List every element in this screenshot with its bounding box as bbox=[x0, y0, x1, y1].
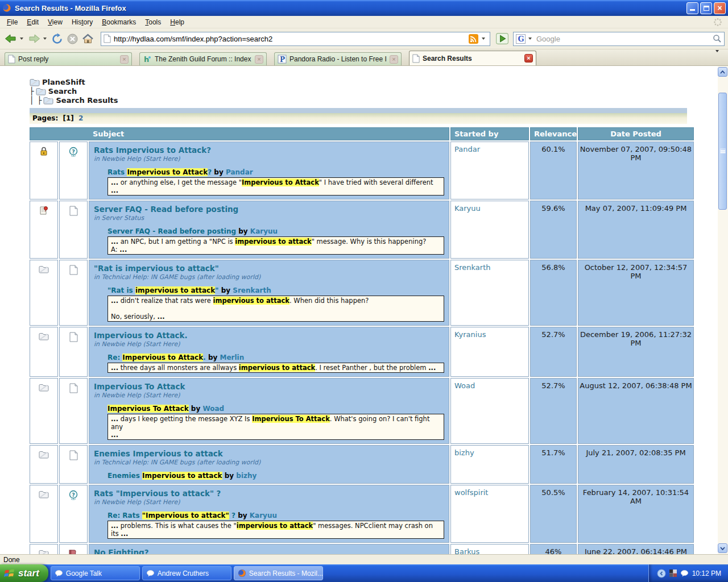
tab-the-zenith-guild-forum-index[interactable]: hThe Zenith Guild Forum :: Index× bbox=[139, 52, 267, 65]
started-by-link[interactable]: Pandar bbox=[454, 145, 480, 153]
feed-dropdown-icon[interactable] bbox=[482, 38, 485, 40]
quote-author-link[interactable]: bizhy bbox=[236, 472, 257, 480]
tab-search-results[interactable]: Search Results× bbox=[409, 51, 536, 65]
board-link[interactable]: Server Status bbox=[102, 214, 144, 222]
quote-author-link[interactable]: Srenkarth bbox=[233, 286, 271, 294]
start-button[interactable]: start bbox=[0, 564, 48, 582]
tray-chat-icon[interactable] bbox=[680, 569, 689, 577]
column-header-started-by[interactable]: Started by bbox=[450, 127, 529, 140]
restore-button[interactable] bbox=[700, 2, 712, 14]
page-favicon-icon bbox=[104, 34, 111, 43]
back-dropdown-icon[interactable] bbox=[20, 38, 23, 40]
scroll-up-icon[interactable] bbox=[718, 67, 727, 77]
go-button[interactable] bbox=[495, 32, 510, 45]
started-by-link[interactable]: Barkus bbox=[454, 547, 479, 554]
breadcrumb-link-search[interactable]: Search bbox=[48, 87, 77, 95]
quote-author-link[interactable]: Merlin bbox=[220, 354, 245, 361]
folder-icon bbox=[30, 78, 40, 86]
board-link[interactable]: Newbie Help (Start Here) bbox=[102, 155, 180, 163]
rss-feed-icon[interactable] bbox=[469, 34, 478, 44]
result-subject-cell: Impervious to Attack.in Newbie Help (Sta… bbox=[89, 327, 449, 377]
topic-title-link[interactable]: Impervious To Attack bbox=[94, 382, 185, 391]
quote-author-link[interactable]: Woad bbox=[202, 405, 224, 413]
list-all-tabs-button[interactable] bbox=[715, 52, 725, 65]
topic-title-link[interactable]: Rats Impervious to Attack? bbox=[94, 146, 211, 155]
forward-button[interactable] bbox=[27, 32, 42, 45]
hide-icons-chevron-icon[interactable] bbox=[657, 569, 666, 578]
menu-tools[interactable]: Tools bbox=[140, 16, 166, 28]
scrollbar-thumb[interactable] bbox=[718, 93, 727, 210]
menu-view[interactable]: View bbox=[43, 16, 67, 28]
result-subject-cell: Server FAQ - Read before postingin Serve… bbox=[89, 201, 449, 259]
page-icon bbox=[69, 383, 78, 393]
topic-title-link[interactable]: Server FAQ - Read before posting bbox=[94, 205, 238, 214]
minimize-button[interactable] bbox=[686, 2, 698, 14]
quote-author-link[interactable]: Karyuu bbox=[250, 227, 278, 235]
tab-close-icon[interactable]: × bbox=[524, 54, 533, 63]
board-link[interactable]: Newbie Help (Start Here) bbox=[102, 498, 180, 506]
menu-bookmarks[interactable]: Bookmarks bbox=[97, 16, 140, 28]
search-placeholder[interactable]: Google bbox=[536, 35, 710, 43]
column-header-date-posted[interactable]: Date Posted bbox=[578, 127, 694, 140]
firefox-icon bbox=[238, 569, 246, 577]
question-icon: ? bbox=[68, 490, 78, 501]
url-text[interactable]: http://hydlaa.com/smf/index.php?action=s… bbox=[114, 35, 466, 43]
home-button[interactable] bbox=[81, 32, 95, 45]
board-link[interactable]: Technical Help: IN GAME bugs (after load… bbox=[102, 459, 261, 466]
started-by-link[interactable]: Woad bbox=[454, 381, 475, 390]
taskbar-button-andrew-cruthers[interactable]: Andrew Cruthers bbox=[142, 566, 231, 580]
topic-title-link[interactable]: Enemies Impervious to attack bbox=[94, 449, 223, 458]
breadcrumb-link-planeshift[interactable]: PlaneShift bbox=[42, 78, 85, 86]
message-quote-line: Re: Impervious to Attack. by Merlin bbox=[107, 354, 444, 361]
started-by-link[interactable]: bizhy bbox=[454, 448, 474, 457]
menu-edit[interactable]: Edit bbox=[22, 16, 43, 28]
magnifier-icon[interactable] bbox=[713, 34, 722, 43]
reload-button[interactable] bbox=[50, 32, 64, 46]
google-engine-icon[interactable]: G bbox=[516, 34, 526, 44]
topic-status-cell bbox=[30, 445, 58, 484]
scroll-down-icon[interactable] bbox=[718, 543, 727, 553]
column-header-subject[interactable]: Subject bbox=[30, 127, 449, 140]
message-type-cell bbox=[59, 445, 88, 484]
tab-close-icon[interactable]: × bbox=[255, 55, 263, 64]
started-by-link[interactable]: Srenkarth bbox=[454, 263, 491, 272]
menu-history[interactable]: History bbox=[67, 16, 97, 28]
topic-title-link[interactable]: Impervious to Attack. bbox=[94, 331, 188, 340]
started-by-link[interactable]: Kyranius bbox=[454, 330, 486, 339]
menu-help[interactable]: Help bbox=[166, 16, 189, 28]
board-link[interactable]: Newbie Help (Start Here) bbox=[102, 340, 180, 348]
close-button[interactable]: × bbox=[714, 2, 726, 14]
date-posted-cell: November 07, 2007, 09:50:48 PM bbox=[578, 142, 694, 199]
started-by-cell: wolfspirit bbox=[450, 485, 529, 543]
topic-title-link[interactable]: "Rat is impervious to attack" bbox=[94, 264, 219, 273]
started-by-link[interactable]: Karyuu bbox=[454, 204, 481, 213]
board-link[interactable]: Newbie Help (Start Here) bbox=[102, 392, 180, 399]
search-input[interactable]: G Google bbox=[513, 32, 725, 46]
quote-author-link[interactable]: Pandar bbox=[226, 168, 253, 176]
topic-title-link[interactable]: Rats "Impervious to attack" ? bbox=[94, 489, 221, 498]
tab-pandora-radio-listen-to-free-interne[interactable]: PPandora Radio - Listen to Free Interne.… bbox=[274, 52, 402, 65]
pin-icon bbox=[39, 206, 48, 215]
vertical-scrollbar[interactable] bbox=[718, 66, 728, 554]
page-2-link[interactable]: 2 bbox=[78, 114, 83, 122]
taskbar-button-search-results-mozil[interactable]: Search Results - Mozil... bbox=[234, 566, 323, 580]
tab-close-icon[interactable]: × bbox=[390, 55, 398, 64]
forward-dropdown-icon[interactable] bbox=[43, 38, 47, 40]
menu-file[interactable]: File bbox=[2, 16, 22, 28]
tab-close-icon[interactable]: × bbox=[120, 55, 129, 64]
board-link[interactable]: Technical Help: IN GAME bugs (after load… bbox=[102, 273, 261, 281]
tab-post-reply[interactable]: Post reply× bbox=[5, 52, 132, 65]
throbber-icon bbox=[713, 18, 722, 27]
search-results-table: SubjectStarted byRelevanceDate Posted?Ra… bbox=[30, 127, 687, 554]
topic-title-link[interactable]: No Fighting? bbox=[94, 548, 149, 554]
engine-dropdown-icon[interactable] bbox=[528, 38, 532, 40]
taskbar-button-google-talk[interactable]: Google Talk bbox=[51, 566, 140, 580]
column-header-relevance[interactable]: Relevance bbox=[530, 127, 577, 140]
stop-button[interactable] bbox=[65, 32, 80, 46]
url-bar[interactable]: http://hydlaa.com/smf/index.php?action=s… bbox=[101, 32, 490, 46]
tray-app-icon[interactable] bbox=[669, 569, 677, 577]
back-button[interactable] bbox=[3, 32, 18, 45]
breadcrumb-link-search-results[interactable]: Search Results bbox=[56, 96, 118, 105]
quote-author-link[interactable]: Karyuu bbox=[250, 512, 277, 519]
started-by-link[interactable]: wolfspirit bbox=[454, 488, 488, 497]
